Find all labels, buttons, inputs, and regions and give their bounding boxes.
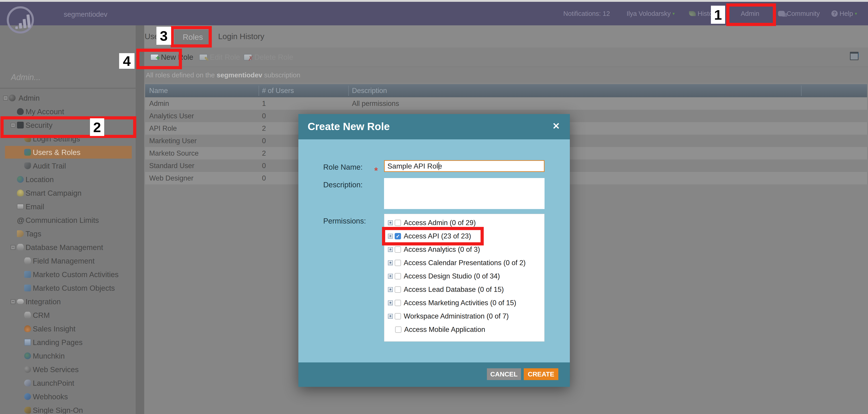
permission-checkbox[interactable]	[395, 246, 401, 253]
sidebar-item-audit-trail[interactable]: Audit Trail	[0, 159, 135, 173]
webhook-icon	[24, 393, 31, 400]
cell-name: Web Designer	[149, 172, 193, 184]
database-icon	[24, 258, 31, 264]
permission-checkbox[interactable]	[395, 260, 401, 266]
permission-row-access-lead-database-0-of-15: +Access Lead Database (0 of 15)	[388, 284, 544, 295]
popout-window-icon[interactable]	[850, 53, 859, 60]
permission-checkbox[interactable]	[395, 287, 401, 293]
sidebar-item-tags[interactable]: Tags	[0, 227, 135, 240]
permission-label: Access Design Studio (0 of 34)	[404, 272, 500, 280]
sidebar-item-munchkin[interactable]: Munchkin	[0, 349, 135, 363]
permission-checkbox[interactable]	[395, 326, 401, 333]
permission-expand-icon[interactable]: +	[388, 247, 393, 252]
sidebar-item-smart-campaign[interactable]: Smart Campaign	[0, 186, 135, 200]
rocket-icon	[24, 380, 31, 386]
sidebar-item-landing-pages[interactable]: Landing Pages	[0, 335, 135, 349]
permission-label: Access Marketing Activities (0 of 15)	[404, 299, 516, 307]
sidebar-item-database-management[interactable]: −Database Management	[0, 240, 135, 254]
sidebar-item-launchpoint[interactable]: LaunchPoint	[0, 376, 135, 390]
chevron-down-icon: ▾	[855, 11, 857, 16]
permission-row-access-design-studio-0-of-34: +Access Design Studio (0 of 34)	[388, 270, 544, 282]
column-header-of-users[interactable]: # of Users	[262, 84, 294, 97]
sidebar-item-email[interactable]: Email	[0, 200, 135, 213]
annotation-box-2	[0, 116, 136, 138]
sidebar-item-marketo-custom-objects[interactable]: Marketo Custom Objects	[0, 281, 135, 295]
sidebar-item-sales-insight[interactable]: Sales Insight	[0, 322, 135, 335]
table-row-admin[interactable]: Admin1All permissions	[145, 97, 867, 110]
permission-expand-icon[interactable]: +	[388, 274, 393, 279]
permission-checkbox[interactable]	[395, 273, 401, 279]
sidebar-item-users-roles[interactable]: Users & Roles	[0, 145, 135, 159]
permission-row-workspace-administration-0-of-7: +Workspace Administration (0 of 7)	[388, 310, 544, 322]
cancel-button[interactable]: CANCEL	[487, 368, 521, 380]
cell-of-users: 0	[262, 110, 266, 122]
column-header-name[interactable]: Name	[149, 84, 168, 97]
permission-row-access-marketing-activities-0-of-15: +Access Marketing Activities (0 of 15)	[388, 297, 544, 309]
sidebar-item-location[interactable]: Location	[0, 173, 135, 186]
tag-icon	[17, 230, 24, 237]
sidebar-item-label: Database Management	[26, 243, 103, 252]
delete-role-button[interactable]: Delete Role	[244, 48, 293, 67]
user-menu[interactable]: Ilya Volodarsky▾	[627, 2, 675, 25]
permission-expand-icon[interactable]: +	[388, 314, 393, 319]
permission-checkbox[interactable]	[395, 300, 401, 306]
permission-checkbox[interactable]	[395, 313, 401, 320]
cell-name: Analytics User	[149, 110, 194, 122]
sidebar-search-input[interactable]	[11, 70, 124, 84]
annotation-label-4: 4	[119, 53, 134, 69]
sidebar-item-admin[interactable]: −Admin	[0, 91, 135, 105]
table-icon	[24, 271, 31, 278]
cell-name: Marketo Source	[149, 147, 199, 159]
modal-footer: CANCEL CREATE	[298, 362, 570, 387]
sidebar-item-integration[interactable]: −Integration	[0, 295, 135, 308]
column-header-description[interactable]: Description	[352, 84, 387, 97]
description-label: Description:	[323, 180, 363, 189]
user-icon	[17, 108, 24, 115]
subscription-name-bold: segmentiodev	[217, 71, 262, 79]
cell-of-users: 2	[262, 122, 266, 135]
marketo-logo[interactable]	[7, 6, 34, 33]
sidebar-item-webhooks[interactable]: Webhooks	[0, 390, 135, 403]
edit-role-icon	[199, 54, 208, 60]
sidebar-item-label: Communication Limits	[26, 216, 99, 225]
sidebar-item-marketo-custom-activities[interactable]: Marketo Custom Activities	[0, 268, 135, 281]
community-icon	[778, 11, 785, 16]
close-icon[interactable]: ✕	[552, 121, 560, 131]
sidebar-item-label: Landing Pages	[33, 338, 83, 347]
sidebar-item-label: Sales Insight	[33, 325, 75, 333]
create-button[interactable]: CREATE	[524, 368, 558, 380]
help-menu[interactable]: ?Help▾	[831, 2, 857, 25]
community-link[interactable]: Community	[778, 2, 820, 25]
permission-checkbox[interactable]	[395, 220, 401, 226]
tab-login-history[interactable]: Login History	[218, 25, 264, 48]
annotation-box-access-api	[382, 227, 484, 245]
column-separator	[258, 86, 259, 96]
annotation-box-3	[170, 26, 212, 48]
history-icon	[689, 11, 696, 16]
role-name-input[interactable]	[384, 160, 545, 172]
sidebar-item-web-services[interactable]: Web Services	[0, 363, 135, 376]
tree-collapse-icon[interactable]: −	[11, 245, 16, 250]
permission-expand-icon[interactable]: +	[388, 287, 393, 292]
sidebar-item-field-management[interactable]: Field Management	[0, 254, 135, 268]
sidebar-item-crm[interactable]: CRM	[0, 308, 135, 322]
help-icon: ?	[831, 10, 838, 17]
marketo-logo-bars-icon	[14, 13, 31, 29]
annotation-label-1: 1	[711, 6, 725, 24]
modal-header: Create New Role ✕	[298, 114, 570, 139]
subscription-name: segmentiodev	[64, 10, 107, 19]
tree-collapse-icon[interactable]: −	[11, 299, 16, 304]
sidebar-item-label: Munchkin	[33, 352, 65, 360]
permission-expand-icon[interactable]: +	[388, 220, 393, 225]
sidebar-item-single-sign-on[interactable]: Single Sign-On	[0, 403, 135, 414]
keys-icon	[24, 407, 31, 414]
permission-expand-icon[interactable]: +	[388, 300, 393, 305]
sidebar-item-communication-limits[interactable]: @Communication Limits	[0, 213, 135, 227]
edit-role-button[interactable]: Edit Role	[199, 48, 240, 67]
permission-expand-icon[interactable]: +	[388, 260, 393, 265]
notifications-link[interactable]: Notifications: 12	[563, 2, 610, 25]
sidebar-item-label: Integration	[26, 297, 61, 306]
panel-splitter[interactable]	[135, 25, 144, 414]
description-textarea[interactable]	[384, 178, 545, 209]
tree-collapse-icon[interactable]: −	[3, 96, 8, 100]
